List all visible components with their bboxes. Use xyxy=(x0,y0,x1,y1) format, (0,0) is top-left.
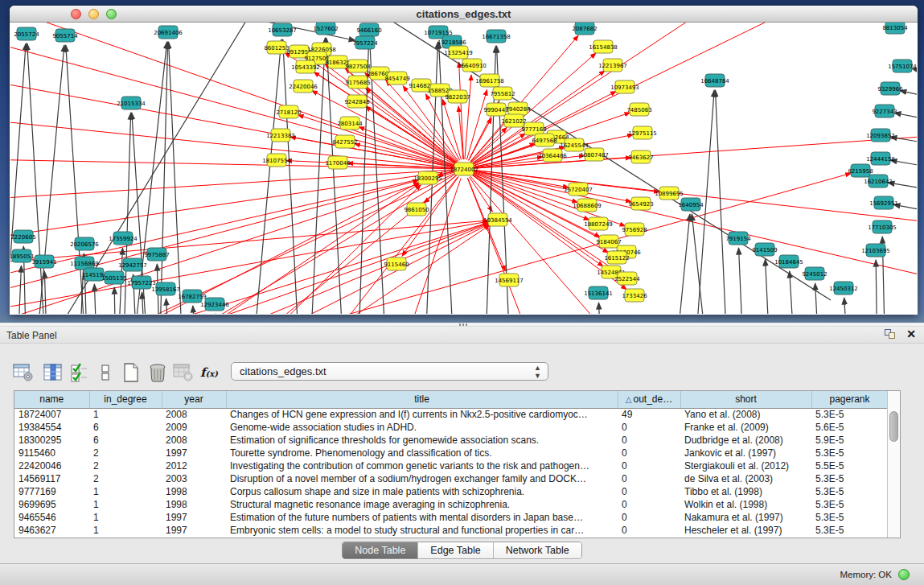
vertical-scrollbar[interactable] xyxy=(887,391,900,538)
network-node[interactable]: 19384554 xyxy=(483,213,512,226)
row-height-button[interactable] xyxy=(92,360,118,385)
network-node[interactable]: 9329966 xyxy=(877,82,903,95)
memory-status-indicator[interactable] xyxy=(898,569,910,580)
network-node[interactable]: 9115460 xyxy=(384,257,409,270)
table-row[interactable]: 1938455462009Genome-wide association stu… xyxy=(14,421,888,434)
table-row[interactable]: 1830029562008Estimation of significance … xyxy=(14,434,888,447)
network-node[interactable]: 1505135 xyxy=(101,271,126,284)
network-node[interactable]: 8454749 xyxy=(384,72,409,84)
delete-column-button[interactable] xyxy=(145,360,170,385)
network-canvas[interactable]: 2055724905571420691406106532871527602946… xyxy=(10,23,917,314)
network-node[interactable]: 3915941 xyxy=(31,255,56,268)
table-row[interactable]: 911546021997Tourette syndrome. Phenomeno… xyxy=(14,447,888,459)
network-node[interactable]: 12213383 xyxy=(266,129,295,142)
column-header-year[interactable]: year xyxy=(162,391,226,408)
network-node[interactable]: 7919154 xyxy=(725,232,751,245)
network-node[interactable]: 7485063 xyxy=(626,103,651,116)
table-row[interactable]: 977716911998Corpus callosum shape and si… xyxy=(14,485,888,498)
network-node[interactable]: 12923446 xyxy=(200,298,229,311)
network-node[interactable]: 12450312 xyxy=(829,282,858,295)
network-node[interactable]: 10688609 xyxy=(573,199,602,212)
network-node[interactable]: 1895051 xyxy=(10,249,35,262)
network-node[interactable]: 20691406 xyxy=(154,26,183,39)
tab-network-table[interactable]: Network Table xyxy=(493,542,581,558)
network-node[interactable]: 16648784 xyxy=(700,74,729,87)
network-node[interactable]: 18300295 xyxy=(413,171,442,184)
network-node[interactable]: 1170046 xyxy=(325,156,351,169)
network-node[interactable]: 8427552 xyxy=(332,135,357,148)
column-header-out_degree[interactable]: △out_de… xyxy=(618,391,680,408)
network-node[interactable]: 7955812 xyxy=(490,87,515,100)
network-node[interactable]: 9141509 xyxy=(752,243,777,256)
network-node[interactable]: 20206576 xyxy=(70,237,99,250)
column-selection-button[interactable] xyxy=(67,360,92,385)
vertical-scrollbar-thumb[interactable] xyxy=(889,411,898,442)
network-node[interactable]: 8601253 xyxy=(264,41,289,54)
close-panel-icon[interactable]: ✕ xyxy=(906,328,916,340)
network-node[interactable]: 8813054 xyxy=(882,23,908,34)
table-selector-dropdown[interactable]: citations_edges.txt ▲▼ xyxy=(231,362,548,381)
network-node[interactable]: 1527602 xyxy=(313,23,338,35)
network-node[interactable]: 1640954 xyxy=(678,198,704,211)
network-node[interactable]: 9175685 xyxy=(345,76,370,89)
network-node[interactable]: 18107554 xyxy=(262,154,291,167)
table-options-button[interactable] xyxy=(10,360,36,385)
table-row[interactable]: 946554611997Estimation of the future num… xyxy=(14,511,888,524)
network-node[interactable]: 21015334 xyxy=(117,97,146,109)
network-node[interactable]: 16961758 xyxy=(475,74,504,87)
network-node[interactable]: 10973493 xyxy=(610,80,639,93)
network-node[interactable]: 9756928 xyxy=(622,223,647,236)
network-node[interactable]: 16154838 xyxy=(589,40,618,53)
column-visibility-button[interactable] xyxy=(40,360,66,385)
network-node[interactable]: 9822037 xyxy=(445,90,470,103)
network-node[interactable]: 2087682 xyxy=(572,23,597,35)
column-header-name[interactable]: name xyxy=(14,391,89,408)
network-node[interactable]: 12093852 xyxy=(866,129,895,142)
function-builder-button[interactable]: f(x) xyxy=(196,360,222,385)
network-graph[interactable]: 2055724905571420691406106532871527602946… xyxy=(10,23,917,314)
network-node[interactable]: 9055714 xyxy=(52,29,78,42)
network-node[interactable]: 12975115 xyxy=(628,126,657,139)
network-node[interactable]: 9227343 xyxy=(872,105,897,117)
table-row[interactable]: 2242004622012Investigating the contribut… xyxy=(14,459,888,472)
network-node[interactable]: 2718120 xyxy=(276,105,301,118)
network-node[interactable]: 10184645 xyxy=(774,255,803,268)
network-node[interactable]: 16640910 xyxy=(458,59,487,72)
network-node[interactable]: 22420046 xyxy=(289,80,318,93)
network-node[interactable]: 15751074 xyxy=(888,60,917,72)
tab-node-table[interactable]: Node Table xyxy=(343,542,417,558)
table-row[interactable]: 969969511998Structural magnetic resonanc… xyxy=(14,498,888,511)
network-node[interactable]: 15136141 xyxy=(584,286,613,299)
network-node[interactable]: 15692951 xyxy=(869,196,898,209)
network-node[interactable]: 9975887 xyxy=(144,248,169,261)
network-node[interactable]: 9245012 xyxy=(802,267,827,280)
network-node[interactable]: 2055724 xyxy=(14,27,39,40)
network-node[interactable]: 12444158 xyxy=(866,152,895,165)
column-header-pagerank[interactable]: pagerank xyxy=(811,391,888,408)
network-node[interactable]: 10653287 xyxy=(268,23,297,36)
network-node[interactable]: 1615122 xyxy=(604,251,629,264)
column-header-title[interactable]: title xyxy=(226,391,618,408)
table-row[interactable]: 1872400712008Changes of HCN gene express… xyxy=(14,408,888,421)
column-header-in_degree[interactable]: in_degree xyxy=(89,391,162,408)
network-node[interactable]: 9242848 xyxy=(344,95,369,108)
network-node[interactable]: 9463627 xyxy=(628,150,653,163)
network-node[interactable]: 7940284 xyxy=(505,102,531,115)
network-node[interactable]: 10899695 xyxy=(655,187,684,200)
network-node[interactable]: 7957224 xyxy=(352,36,378,49)
network-node[interactable]: 8215958 xyxy=(848,164,873,177)
network-node[interactable]: 9861050 xyxy=(404,203,429,216)
network-window-titlebar[interactable]: citations_edges.txt xyxy=(10,6,918,23)
network-node[interactable]: 2522544 xyxy=(614,272,640,285)
network-node[interactable]: 12213967 xyxy=(598,59,627,72)
network-node[interactable]: 2220605 xyxy=(10,230,35,243)
table-row[interactable]: 1456911722003Disruption of a novel membe… xyxy=(14,472,888,485)
network-node[interactable]: 9654923 xyxy=(628,197,653,210)
network-node[interactable]: 20364486 xyxy=(538,149,567,162)
network-node[interactable]: 12103695 xyxy=(861,244,890,257)
network-node[interactable]: 17359924 xyxy=(109,232,138,245)
new-column-button[interactable] xyxy=(118,360,144,385)
network-node[interactable]: 1733426 xyxy=(622,289,647,302)
network-node[interactable]: 2803144 xyxy=(337,117,363,130)
network-node[interactable]: 9466160 xyxy=(356,23,381,36)
